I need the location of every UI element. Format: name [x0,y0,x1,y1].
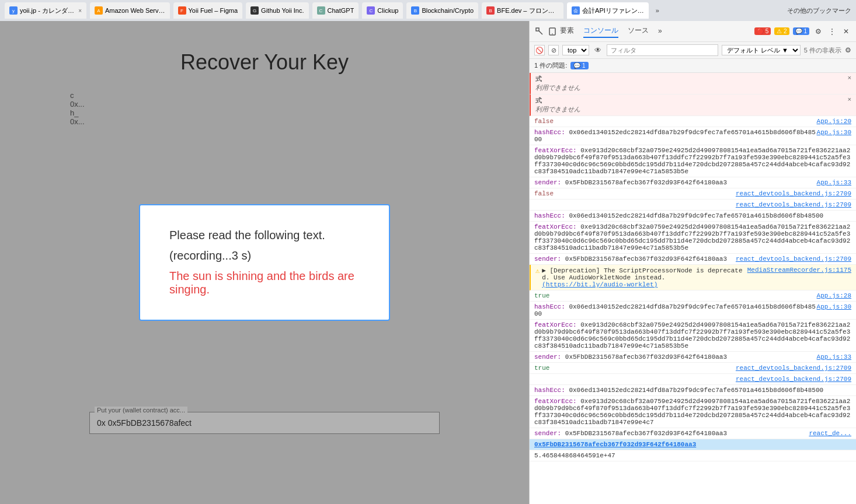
tab-console[interactable]: コンソール [583,24,618,38]
close-error2[interactable]: × [847,96,851,103]
true-value-1: true [534,292,549,299]
devtools-inspect-icon[interactable] [534,26,545,37]
key-feat2: featXorEcc: [534,223,577,230]
context-select[interactable]: top [562,45,589,55]
tab-favicon-clickup: C [367,6,375,15]
val-feat4: 0xe913d20c68cbf32a0759e24925d2d490978081… [534,398,850,426]
deprecation-expand[interactable]: ▶ [542,267,549,274]
devtools-settings-icon[interactable]: ⚙ [813,26,823,37]
entry-text-2: 利用できません [535,105,580,114]
numeric-value: 5.465844868464591e+47 [534,452,615,459]
link-app20[interactable]: App.js:20 [817,118,851,125]
console-entry-false1: false App.js:20 [530,116,856,127]
issues-label: 1 件の問題: [534,61,567,70]
hidden-count: 5 件の非表示 [804,46,841,55]
console-settings-icon[interactable]: ⚙ [845,46,851,54]
tab-label-github: Github Yoii Inc. [261,7,304,14]
console-entry-rdt-link2: react_devtools_backend.js:2709 [530,374,856,385]
console-entry-false2: false react_devtools_backend.js:2709 [530,188,856,200]
true-value-2: true [534,365,549,372]
console-entry-feat1: featXorEcc: 0xe913d20c68cbf32a0759e24925… [530,145,856,177]
console-entry-sender4: sender: 0x5FbDB2315678afecb367f032d93F64… [530,428,856,439]
link-app28[interactable]: App.js:28 [817,292,851,299]
link-rdt-true[interactable]: react_devtools_backend.js:2709 [736,365,851,372]
tab-yoii[interactable]: y yoii.jp - カレンダー… × [5,2,86,19]
link-rdt-4[interactable]: react_de... [809,430,851,437]
deprecation-text: [Deprecation] The ScriptProcessorNode is… [542,267,742,281]
console-content[interactable]: × 式 利用できません × 式 利用できません [530,73,856,504]
link-rdt-2[interactable]: react_devtools_backend.js:2709 [736,201,851,208]
link-rdt-3[interactable]: react_devtools_backend.js:2709 [736,376,851,383]
entry-type-2: 式 [535,96,542,105]
console-entry-hashecc4: hashEcc: 0x06ed1340152edc28214dfd8a7b29f… [530,385,856,396]
val-hashecc2: 0x06ed1340152edc28214dfd8a7b29f9dc9fec7a… [569,212,823,219]
tab-more[interactable]: » [658,26,662,37]
false-value-1: false [534,118,554,125]
issues-bar: 1 件の問題: 💬 1 [530,59,856,73]
eye-icon[interactable]: 👁 [593,45,603,55]
link-mediastream[interactable]: MediaStreamRecorder.js:1175 [747,267,851,274]
key-hashecc2: hashEcc: [534,212,565,219]
tab-label-chatgpt: ChatGPT [328,7,354,14]
tab-kaikei[interactable]: 会 会計APIリファレン… [567,2,649,19]
link-rdt-sender[interactable]: react_devtools_backend.js:2709 [736,256,851,262]
link-app33-1[interactable]: App.js:33 [817,179,851,186]
tab-blockchain[interactable]: B Blockchain/Crypto [406,2,478,19]
highlighted-address[interactable]: 0x5FbDB2315678afecb367f032d93F642f64180a… [534,441,696,448]
link-rdt-1[interactable]: react_devtools_backend.js:2709 [736,190,851,197]
tab-label-figma: Yoii Fuel – Figma [189,7,238,14]
console-entry-sender1: sender: 0x5FbDB2315678afecb367f032d93F64… [530,177,856,188]
devtools-icons: 🔴 5 ⚠ 2 💬 1 ⚙ ⋮ ✕ [754,26,851,37]
error-badge: 🔴 5 [754,27,771,35]
devtools-close-icon[interactable]: ✕ [841,26,851,37]
tab-clickup[interactable]: C Clickup [362,2,403,19]
console-clear-btn[interactable]: 🚫 [534,45,545,55]
console-entry-hashecc2: hashEcc: 0x06ed1340152edc28214dfd8a7b29f… [530,211,856,222]
val-feat1: 0xe913d20c68cbf32a0759e24925d2d490978081… [534,147,850,175]
tab-chatgpt[interactable]: C ChatGPT [312,2,359,19]
tab-favicon-yoii: y [9,6,18,15]
console-entry-rdt-link1: react_devtools_backend.js:2709 [530,200,856,211]
tab-elements[interactable]: 要素 [560,24,574,38]
tab-close-yoii[interactable]: × [78,8,82,14]
val-hashecc1: 0x06ed1340152edc28214dfd8a7b29f9dc9fec7a… [534,129,816,143]
more-tabs-button[interactable]: » [652,6,663,15]
key-sender2: sender: [534,256,565,262]
tab-sources[interactable]: ソース [628,24,649,38]
modal-overlay: Please read the following text. (recordi… [0,21,529,504]
tab-label-aws: Amazon Web Serv… [105,7,165,14]
key-sender4: sender: [534,430,565,437]
devtools-toolbar: 要素 コンソール ソース » 🔴 5 ⚠ 2 💬 1 ⚙ ⋮ ✕ [530,21,856,42]
tab-aws[interactable]: A Amazon Web Serv… [90,2,170,19]
devtools-dots-icon[interactable]: ⋮ [827,26,837,37]
close-error1[interactable]: × [847,75,851,82]
tab-label-kaikei: 会計APIリファレン… [582,6,644,15]
val-hashecc3: 0x06ed1340152edc28214dfd8a7b29f9dc9fec7a… [534,303,816,317]
devtools-device-icon[interactable] [547,26,558,37]
console-filter-btn[interactable]: ⊘ [548,45,559,55]
tab-bfe[interactable]: B BFE.dev – フロント… [482,2,563,19]
tab-favicon-github: G [250,6,259,15]
filter-input[interactable] [607,44,718,56]
console-entry-highlighted: 0x5FbDB2315678afecb367f032d93F642f64180a… [530,439,856,450]
tab-label-blockchain: Blockchain/Crypto [422,7,474,14]
val-sender3: 0x5FbDB2315678afecb367f032d93F642f64180a… [565,354,727,360]
link-app33-2[interactable]: App.js:33 [817,354,851,360]
key-sender1: sender: [534,179,565,186]
link-app30-1[interactable]: App.js:30 [817,129,851,136]
console-entry-error2: × 式 利用できません [530,94,856,116]
modal-line2: (recording...3 s) [169,249,251,262]
tab-github[interactable]: G Github Yoii Inc. [246,2,308,19]
web-content: Recover Your Key c 0x... h_ 0x... Put yo… [0,21,529,504]
key-sender3: sender: [534,354,565,360]
console-entry-true1: true App.js:28 [530,290,856,302]
key-feat1: featXorEcc: [534,147,577,154]
level-select[interactable]: デフォルト レベル ▼ [722,45,801,55]
tab-figma[interactable]: F Yoii Fuel – Figma [173,2,243,19]
svg-line-1 [539,31,542,34]
browser-tab-bar: y yoii.jp - カレンダー… × A Amazon Web Serv… … [0,0,856,21]
key-hashecc1: hashEcc: [534,129,565,136]
console-entry-warning: ⚠ ▶ [Deprecation] The ScriptProcessorNod… [530,265,856,290]
link-audio-worklet[interactable]: (https://bit.ly/audio-worklet) [542,281,657,288]
link-app30-2[interactable]: App.js:30 [817,303,851,310]
